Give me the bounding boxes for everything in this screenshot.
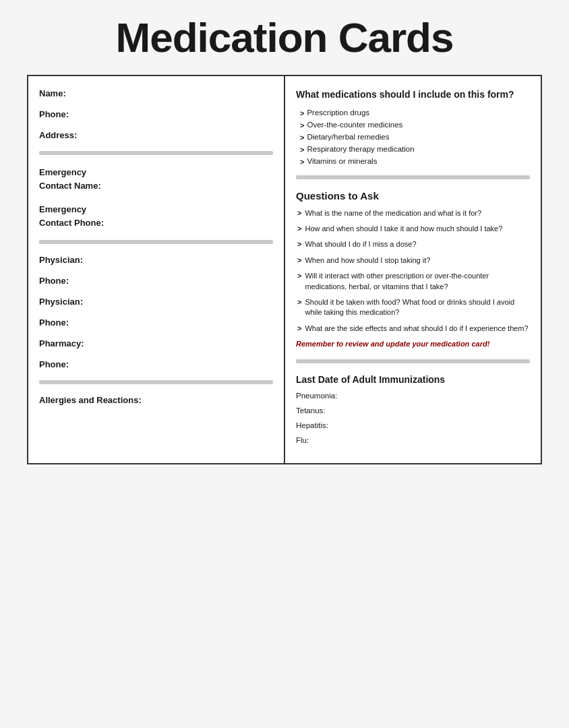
immunizations-list: Pneumonia: Tetanus: Hepatitis: Flu:: [296, 392, 530, 444]
name-label: Name:: [39, 88, 273, 98]
question-item: > Should it be taken with food? What foo…: [296, 297, 530, 318]
right-card: What medications should I include on thi…: [284, 75, 542, 464]
physician1-label: Physician:: [39, 255, 273, 265]
question-item: > What are the side effects and what sho…: [296, 324, 530, 334]
what-meds-heading: What medications should I include on thi…: [296, 88, 530, 102]
question-item: > Will it interact with other prescripti…: [296, 271, 530, 292]
divider-right-1: [296, 175, 530, 179]
immun-item: Hepatitis:: [296, 421, 530, 429]
list-item: > Over-the-counter medicines: [296, 121, 530, 129]
divider-3: [39, 380, 273, 384]
pharmacy-label: Pharmacy:: [39, 338, 273, 348]
divider-2: [39, 240, 273, 244]
divider-right-2: [296, 359, 530, 363]
physician2-phone-label: Phone:: [39, 317, 273, 328]
allergies-label: Allergies and Reactions:: [39, 395, 273, 405]
emergency-contact-name: EmergencyContact Name:: [39, 166, 273, 192]
immun-item: Pneumonia:: [296, 392, 530, 400]
immun-item: Flu:: [296, 436, 530, 444]
question-item: > How and when should I take it and how …: [296, 224, 530, 234]
immunizations-heading: Last Date of Adult Immunizations: [296, 374, 530, 385]
physician2-label: Physician:: [39, 297, 273, 307]
phone-label: Phone:: [39, 109, 273, 119]
list-item: > Respiratory therapy medication: [296, 145, 530, 154]
question-item: > When and how should I stop taking it?: [296, 255, 530, 266]
list-item: > Dietary/herbal remedies: [296, 133, 530, 142]
physician1-phone-label: Phone:: [39, 276, 273, 286]
question-item: > What is the name of the medication and…: [296, 208, 530, 218]
divider-1: [39, 151, 273, 155]
pharmacy-phone-label: Phone:: [39, 359, 273, 369]
address-label: Address:: [39, 130, 273, 140]
immun-item: Tetanus:: [296, 406, 530, 415]
emergency-contact-phone: EmergencyContact Phone:: [39, 203, 273, 229]
questions-heading: Questions to Ask: [296, 190, 530, 202]
page-title: Medication Cards: [116, 13, 454, 61]
question-item: > What should I do if I miss a dose?: [296, 239, 530, 249]
reminder-text: Remember to review and update your medic…: [296, 339, 530, 349]
cards-container: Name: Phone: Address: EmergencyContact N…: [27, 75, 542, 464]
questions-list: > What is the name of the medication and…: [296, 208, 530, 334]
left-card: Name: Phone: Address: EmergencyContact N…: [27, 75, 285, 464]
list-item: > Prescription drugs: [296, 109, 530, 117]
list-item: > Vitamins or minerals: [296, 157, 530, 166]
what-meds-list: > Prescription drugs > Over-the-counter …: [296, 109, 530, 166]
